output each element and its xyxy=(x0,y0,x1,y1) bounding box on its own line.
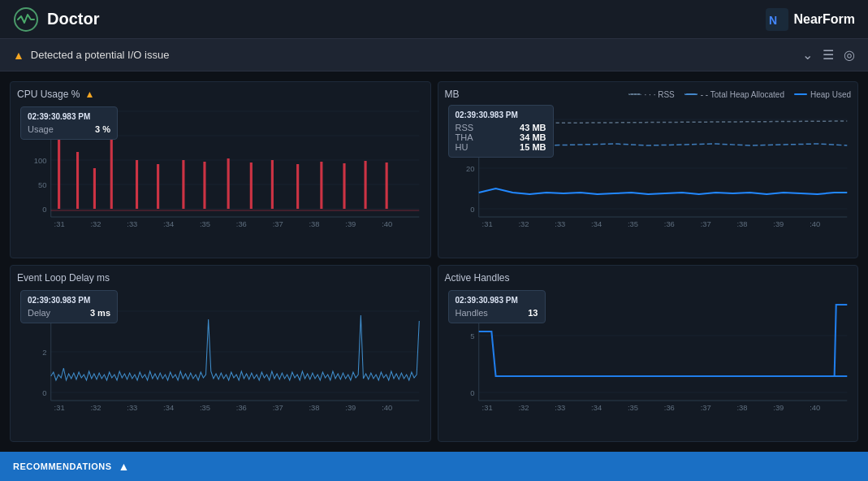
svg-text::31: :31 xyxy=(482,404,492,412)
chevron-up-icon: ▲ xyxy=(119,460,130,473)
active-handles-tooltip: 02:39:30.983 PM Handles 13 xyxy=(448,290,546,323)
svg-text::34: :34 xyxy=(163,220,174,228)
svg-text::39: :39 xyxy=(773,220,784,228)
svg-text::31: :31 xyxy=(482,220,492,228)
svg-text::40: :40 xyxy=(382,404,392,412)
alert-left: ▲ Detected a potential I/O issue xyxy=(13,49,169,62)
svg-rect-36 xyxy=(296,164,299,209)
svg-text:0: 0 xyxy=(470,206,474,214)
bottom-bar[interactable]: RECOMMENDATIONS ▲ xyxy=(0,452,868,481)
cpu-chart-panel: CPU Usage % ▲ 02:39:30.983 PM Usage 3 % xyxy=(10,81,431,258)
active-handles-tooltip-value: 13 xyxy=(528,308,538,318)
active-handles-tooltip-row: Handles 13 xyxy=(456,308,538,318)
svg-text::38: :38 xyxy=(736,220,747,228)
nearform-icon: N xyxy=(766,8,788,31)
svg-text::37: :37 xyxy=(273,220,283,228)
heap-used-legend-dot xyxy=(794,93,807,95)
svg-text::35: :35 xyxy=(627,404,637,412)
active-handles-chart-title: Active Handles xyxy=(445,272,852,284)
heap-used-legend-item: Heap Used xyxy=(794,90,851,99)
svg-text:5: 5 xyxy=(470,332,474,340)
expand-alert-icon[interactable]: ⌄ xyxy=(802,47,813,63)
memory-tooltip-time: 02:39:30.983 PM xyxy=(456,110,546,119)
svg-text::33: :33 xyxy=(555,220,565,228)
heap-used-label: Heap Used xyxy=(810,90,851,99)
cpu-chart-title: CPU Usage % ▲ xyxy=(17,89,424,100)
svg-text:0: 0 xyxy=(470,389,474,397)
svg-text::36: :36 xyxy=(663,220,674,228)
svg-text::33: :33 xyxy=(127,220,137,228)
cpu-tooltip-value: 3 % xyxy=(95,124,110,134)
svg-rect-27 xyxy=(93,168,96,209)
event-loop-tooltip: 02:39:30.983 PM Delay 3 ms xyxy=(20,290,118,323)
svg-text:N: N xyxy=(769,14,777,27)
svg-text::38: :38 xyxy=(309,220,319,228)
svg-text::35: :35 xyxy=(627,220,637,228)
svg-text:0: 0 xyxy=(42,206,46,214)
tha-legend-item: - - Total Heap Allocated xyxy=(684,90,784,99)
alert-bar: ▲ Detected a potential I/O issue ⌄ ☰ ◎ xyxy=(0,39,868,72)
svg-text:100: 100 xyxy=(34,157,47,165)
memory-chart-title: MB xyxy=(445,89,460,100)
svg-text::40: :40 xyxy=(810,404,820,412)
svg-text::39: :39 xyxy=(345,404,356,412)
tha-legend-dot xyxy=(684,93,697,95)
svg-text::40: :40 xyxy=(382,220,392,228)
active-handles-chart-panel: Active Handles 02:39:30.983 PM Handles 1… xyxy=(438,265,859,442)
svg-text::34: :34 xyxy=(163,404,174,412)
memory-rss-row: RSS 43 MB xyxy=(456,123,546,132)
active-handles-tooltip-label: Handles xyxy=(456,308,488,318)
active-handles-tooltip-time: 02:39:30.983 PM xyxy=(456,296,538,305)
memory-chart-container: 02:39:30.983 PM RSS 43 MB THA 34 MB HU 1… xyxy=(445,103,852,241)
svg-text::38: :38 xyxy=(736,404,747,412)
view-icon[interactable]: ◎ xyxy=(844,47,855,63)
svg-text::37: :37 xyxy=(700,220,710,228)
svg-text::31: :31 xyxy=(54,220,65,228)
svg-rect-33 xyxy=(227,158,230,209)
svg-text::31: :31 xyxy=(54,404,65,412)
svg-text::32: :32 xyxy=(518,404,529,412)
svg-rect-32 xyxy=(203,162,205,209)
svg-rect-31 xyxy=(182,160,184,209)
cpu-chart-container: 02:39:30.983 PM Usage 3 % 200 150 xyxy=(17,103,424,241)
svg-text:2: 2 xyxy=(42,349,46,357)
svg-rect-26 xyxy=(76,152,79,209)
svg-text::34: :34 xyxy=(591,220,602,228)
svg-text::32: :32 xyxy=(90,404,101,412)
svg-text::33: :33 xyxy=(555,404,565,412)
alert-right: ⌄ ☰ ◎ xyxy=(802,47,855,63)
svg-text::33: :33 xyxy=(127,404,137,412)
recommendations-label: RECOMMENDATIONS xyxy=(13,462,112,471)
event-loop-tooltip-row: Delay 3 ms xyxy=(28,308,110,318)
header: Doctor N NearForm xyxy=(0,0,868,39)
event-loop-tooltip-time: 02:39:30.983 PM xyxy=(28,296,110,305)
svg-text:50: 50 xyxy=(38,181,46,189)
svg-text::39: :39 xyxy=(345,220,356,228)
event-loop-tooltip-label: Delay xyxy=(28,308,50,318)
svg-text::36: :36 xyxy=(236,220,247,228)
svg-rect-40 xyxy=(386,162,388,209)
nearform-label: NearForm xyxy=(793,12,855,27)
cpu-warn-icon: ▲ xyxy=(84,89,94,100)
header-left: Doctor xyxy=(13,6,99,32)
event-loop-chart-container: 02:39:30.983 PM Delay 3 ms 4 2 0 :3 xyxy=(17,287,424,425)
svg-text::35: :35 xyxy=(200,404,210,412)
memory-tha-row: THA 34 MB xyxy=(456,132,546,142)
svg-text::36: :36 xyxy=(663,404,674,412)
svg-text::36: :36 xyxy=(236,404,247,412)
memory-legend: · · · RSS - - Total Heap Allocated Heap … xyxy=(628,90,851,99)
svg-text::35: :35 xyxy=(200,220,210,228)
svg-text:20: 20 xyxy=(466,165,474,173)
event-loop-tooltip-value: 3 ms xyxy=(90,308,110,318)
svg-text::34: :34 xyxy=(591,404,602,412)
memory-tooltip: 02:39:30.983 PM RSS 43 MB THA 34 MB HU 1… xyxy=(448,105,554,158)
svg-text::37: :37 xyxy=(700,404,710,412)
svg-rect-38 xyxy=(343,163,345,209)
cpu-tooltip: 02:39:30.983 PM Usage 3 % xyxy=(20,106,118,140)
menu-icon[interactable]: ☰ xyxy=(823,47,834,63)
svg-text::39: :39 xyxy=(773,404,784,412)
svg-text:0: 0 xyxy=(42,389,46,397)
event-loop-chart-title: Event Loop Delay ms xyxy=(17,272,424,284)
nearform-logo: N NearForm xyxy=(766,8,855,31)
svg-rect-34 xyxy=(250,162,253,209)
